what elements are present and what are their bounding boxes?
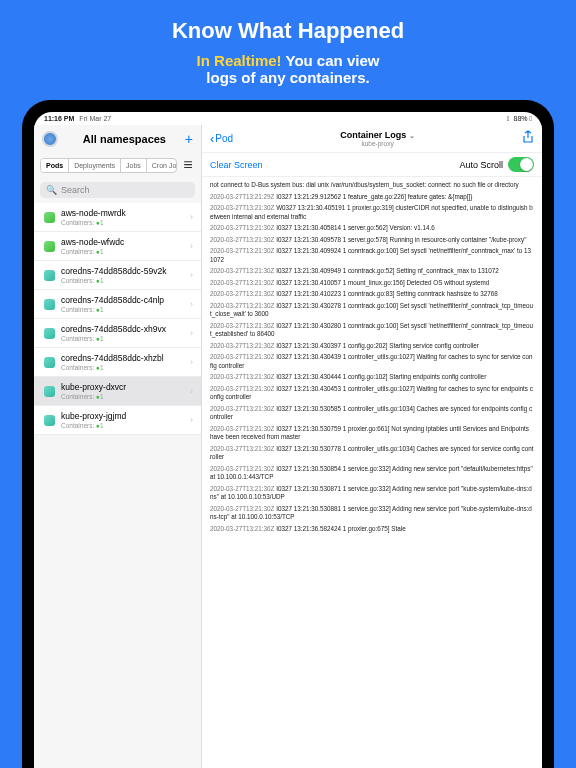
add-button[interactable]: +: [185, 131, 193, 147]
promo-subtitle-2: logs of any containers.: [0, 69, 576, 86]
list-item[interactable]: coredns-74dd858ddc-xhzblContainers: ●1›: [34, 348, 201, 377]
screen: 11:16 PM Fri Mar 27 􀙇88% 􀛨 All namespace…: [34, 112, 542, 768]
pod-sub: Containers: ●1: [61, 335, 190, 342]
page-title: Container Logs ⌄: [233, 130, 522, 140]
log-line: 2020-03-27T13:21:30Z I0327 13:21:30.4102…: [210, 290, 534, 299]
search-placeholder: Search: [61, 185, 90, 195]
chevron-down-icon: ⌄: [409, 132, 415, 139]
log-line: 2020-03-27T13:21:30Z I0327 13:21:30.4099…: [210, 247, 534, 264]
pod-icon: [44, 270, 55, 281]
status-time: 11:16 PM: [44, 115, 74, 122]
pod-icon: [44, 328, 55, 339]
search-icon: 🔍: [46, 185, 57, 195]
log-line: 2020-03-27T13:21:30Z W0327 13:21:30.4051…: [210, 204, 534, 221]
resource-tabs[interactable]: Pods Deployments Jobs Cron Jobs: [40, 158, 177, 173]
list-item[interactable]: coredns-74dd858ddc-xh9vxContainers: ●1›: [34, 319, 201, 348]
tab-jobs[interactable]: Jobs: [120, 159, 146, 172]
pod-sub: Containers: ●1: [61, 393, 190, 400]
chevron-right-icon: ›: [190, 386, 193, 396]
pod-name: kube-proxy-jgjmd: [61, 411, 190, 421]
pod-icon: [44, 299, 55, 310]
back-button[interactable]: ‹Pod: [210, 131, 233, 146]
log-line: 2020-03-27T13:21:30Z I0327 13:21:30.5305…: [210, 405, 534, 422]
list-item[interactable]: aws-node-wfwdcContainers: ●1›: [34, 232, 201, 261]
clear-button[interactable]: Clear Screen: [210, 160, 263, 170]
log-line: not connect to D-Bus system bus: dial un…: [210, 181, 534, 190]
log-line: 2020-03-27T13:21:30Z I0327 13:21:30.4303…: [210, 342, 534, 351]
log-line: 2020-03-27T13:21:30Z I0327 13:21:30.5308…: [210, 485, 534, 502]
pod-sub: Containers: ●1: [61, 306, 190, 313]
log-line: 2020-03-27T13:21:30Z I0327 13:21:30.5308…: [210, 505, 534, 522]
status-icons: 􀙇88% 􀛨: [503, 115, 532, 122]
pod-name: coredns-74dd858ddc-c4nlp: [61, 295, 190, 305]
chevron-right-icon: ›: [190, 212, 193, 222]
pod-icon: [44, 357, 55, 368]
device-frame: 11:16 PM Fri Mar 27 􀙇88% 􀛨 All namespace…: [22, 100, 554, 768]
page-subtitle: kube-proxy: [233, 140, 522, 147]
main-panel: ‹Pod Container Logs ⌄ kube-proxy Clear S…: [202, 125, 542, 768]
log-line: 2020-03-27T13:21:30Z I0327 13:21:30.5307…: [210, 445, 534, 462]
promo-banner: Know What Happened In Realtime! You can …: [0, 0, 576, 100]
log-line: 2020-03-27T13:21:29Z I0327 13:21:29.9125…: [210, 193, 534, 202]
cluster-icon[interactable]: [42, 131, 58, 147]
chevron-right-icon: ›: [190, 415, 193, 425]
log-line: 2020-03-27T13:21:30Z I0327 13:21:30.4304…: [210, 373, 534, 382]
log-line: 2020-03-27T13:21:30Z I0327 13:21:30.4302…: [210, 322, 534, 339]
chevron-left-icon: ‹: [210, 131, 214, 146]
list-item[interactable]: aws-node-mwrdkContainers: ●1›: [34, 203, 201, 232]
menu-icon[interactable]: ≡: [181, 156, 195, 174]
log-line: 2020-03-27T13:21:30Z I0327 13:21:30.4304…: [210, 385, 534, 402]
list-item[interactable]: kube-proxy-dxvcrContainers: ●1›: [34, 377, 201, 406]
pod-sub: Containers: ●1: [61, 422, 190, 429]
list-item[interactable]: coredns-74dd858ddc-c4nlpContainers: ●1›: [34, 290, 201, 319]
status-date: Fri Mar 27: [79, 115, 111, 122]
pod-sub: Containers: ●1: [61, 248, 190, 255]
search-input[interactable]: 🔍 Search: [40, 182, 195, 198]
pod-icon: [44, 386, 55, 397]
autoscroll-label: Auto Scroll: [459, 160, 503, 170]
tab-deployments[interactable]: Deployments: [68, 159, 120, 172]
battery-icon: 88% 􀛨: [513, 115, 532, 122]
autoscroll-toggle[interactable]: [508, 157, 534, 172]
chevron-right-icon: ›: [190, 299, 193, 309]
tab-pods[interactable]: Pods: [41, 159, 68, 172]
list-item[interactable]: coredns-74dd858ddc-59v2kContainers: ●1›: [34, 261, 201, 290]
chevron-right-icon: ›: [190, 357, 193, 367]
pod-name: kube-proxy-dxvcr: [61, 382, 190, 392]
pod-name: coredns-74dd858ddc-59v2k: [61, 266, 190, 276]
promo-subtitle: In Realtime! You can view: [0, 52, 576, 69]
log-line: 2020-03-27T13:21:30Z I0327 13:21:30.4304…: [210, 353, 534, 370]
chevron-right-icon: ›: [190, 328, 193, 338]
pod-name: aws-node-wfwdc: [61, 237, 190, 247]
chevron-right-icon: ›: [190, 270, 193, 280]
pod-sub: Containers: ●1: [61, 277, 190, 284]
log-line: 2020-03-27T13:21:30Z I0327 13:21:30.4058…: [210, 224, 534, 233]
log-line: 2020-03-27T13:21:30Z I0327 13:21:30.4100…: [210, 279, 534, 288]
log-line: 2020-03-27T13:21:30Z I0327 13:21:30.4302…: [210, 302, 534, 319]
pod-sub: Containers: ●1: [61, 219, 190, 226]
namespace-title[interactable]: All namespaces: [64, 133, 185, 145]
tab-cronjobs[interactable]: Cron Jobs: [146, 159, 177, 172]
status-bar: 11:16 PM Fri Mar 27 􀙇88% 􀛨: [34, 112, 542, 125]
share-button[interactable]: [522, 130, 534, 147]
wifi-icon: 􀙇: [507, 115, 510, 122]
log-line: 2020-03-27T13:21:30Z I0327 13:21:30.5307…: [210, 425, 534, 442]
pod-name: coredns-74dd858ddc-xhzbl: [61, 353, 190, 363]
sidebar: All namespaces + Pods Deployments Jobs C…: [34, 125, 202, 768]
promo-title: Know What Happened: [0, 18, 576, 44]
pod-icon: [44, 212, 55, 223]
list-item[interactable]: kube-proxy-jgjmdContainers: ●1›: [34, 406, 201, 435]
chevron-right-icon: ›: [190, 241, 193, 251]
log-line: 2020-03-27T13:21:36Z I0327 13:21:36.5824…: [210, 525, 534, 534]
pod-list: aws-node-mwrdkContainers: ●1›aws-node-wf…: [34, 203, 201, 768]
log-line: 2020-03-27T13:21:30Z I0327 13:21:30.4095…: [210, 236, 534, 245]
pod-icon: [44, 415, 55, 426]
log-line: 2020-03-27T13:21:30Z I0327 13:21:30.5308…: [210, 465, 534, 482]
pod-name: aws-node-mwrdk: [61, 208, 190, 218]
log-viewer[interactable]: not connect to D-Bus system bus: dial un…: [202, 177, 542, 768]
log-line: 2020-03-27T13:21:30Z I0327 13:21:30.4099…: [210, 267, 534, 276]
pod-sub: Containers: ●1: [61, 364, 190, 371]
pod-name: coredns-74dd858ddc-xh9vx: [61, 324, 190, 334]
pod-icon: [44, 241, 55, 252]
